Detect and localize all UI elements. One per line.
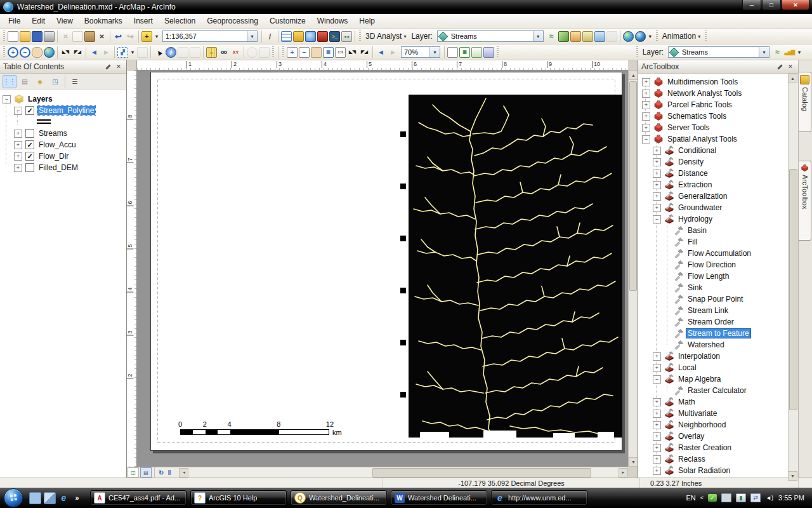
line-of-sight-icon[interactable] [594, 31, 605, 42]
toggle-draft-mode-icon[interactable] [447, 47, 458, 58]
toolbox-item-distance[interactable]: +Distance [638, 168, 798, 179]
vertical-scroll-thumb[interactable] [629, 81, 637, 291]
layout-back-extent-icon[interactable]: ◄ [376, 47, 386, 58]
expand-toggle[interactable]: + [642, 124, 650, 132]
toolbox-item-watershed[interactable]: Watershed [638, 339, 798, 351]
search-window-icon[interactable] [305, 31, 316, 42]
toolbox-item-generalization[interactable]: +Generalization [638, 190, 798, 202]
quick-launch-more-icon[interactable]: » [72, 493, 82, 504]
toolbox-item-parcel-fabric-tools[interactable]: +Parcel Fabric Tools [638, 99, 798, 110]
network-tray-icon[interactable]: ⇄ [750, 493, 761, 502]
focus-data-frame-icon[interactable]: ▣ [459, 47, 470, 58]
full-extent-globe-icon[interactable] [44, 47, 55, 58]
toc-item-flow-dir[interactable]: +✓Flow_Dir [0, 150, 126, 162]
toc-item-symbol[interactable] [0, 116, 126, 128]
tab-catalog[interactable]: Catalog [799, 72, 811, 132]
menu-edit[interactable]: Edit [26, 15, 51, 27]
chevron-down-icon[interactable]: ▾ [429, 47, 440, 57]
toolbox-item-multivariate[interactable]: +Multivariate [638, 408, 798, 419]
zoom-100-icon[interactable]: 1:1 [335, 47, 346, 58]
catalog-window-icon[interactable] [293, 31, 304, 42]
toc-item-flow-accu[interactable]: +✓Flow_Accu [0, 139, 126, 150]
refresh-view-icon[interactable]: ↻ [157, 469, 166, 476]
horizontal-scroll-thumb[interactable] [372, 468, 591, 478]
toolbar-grip[interactable] [3, 46, 5, 58]
fixed-zoom-in-icon[interactable]: ◣◥ [60, 47, 71, 58]
create-contour-tool-icon[interactable]: ≈ [772, 47, 783, 58]
hyperlink-icon[interactable] [178, 47, 188, 58]
menu-insert[interactable]: Insert [128, 15, 159, 27]
expand-toggle[interactable]: + [653, 421, 661, 429]
internet-explorer-icon[interactable]: e [58, 493, 69, 504]
toolbox-item-reclass[interactable]: +Reclass [638, 453, 798, 465]
toolbox-item-stream-order[interactable]: Stream Order [638, 316, 798, 328]
layer-visibility-checkbox[interactable]: ✓ [25, 106, 34, 115]
change-layout-icon[interactable] [471, 47, 482, 58]
viewer-window-icon[interactable] [259, 47, 270, 58]
list-by-visibility-icon[interactable]: ◈ [33, 75, 47, 88]
toolbox-item-spatial-analyst-tools[interactable]: −Spatial Analyst Tools [638, 133, 798, 145]
expand-toggle[interactable]: + [14, 164, 22, 172]
toolbox-item-sink[interactable]: Sink [638, 282, 798, 293]
copy-icon[interactable] [72, 31, 83, 42]
toolbox-scroll-thumb[interactable] [789, 169, 797, 410]
toolbox-item-neighborhood[interactable]: +Neighborhood [638, 419, 798, 431]
menu-customize[interactable]: Customize [264, 15, 311, 27]
expand-toggle[interactable]: + [653, 181, 661, 189]
create-contours-icon[interactable]: ≈ [546, 31, 557, 42]
menu-bookmarks[interactable]: Bookmarks [79, 15, 128, 27]
expand-toggle[interactable]: + [653, 432, 661, 441]
layout-pan-icon[interactable] [311, 47, 322, 58]
toolbox-item-density[interactable]: +Density [638, 156, 798, 168]
find-binoculars-icon[interactable]: oo [218, 47, 229, 58]
expand-toggle[interactable]: + [653, 398, 661, 406]
layout-forward-extent-icon[interactable]: ► [388, 47, 398, 58]
measure-icon[interactable]: ↔ [206, 47, 217, 58]
expand-toggle[interactable]: + [653, 444, 661, 452]
horizontal-scroll-track[interactable] [188, 468, 619, 478]
layout-canvas[interactable]: 024812 km [137, 70, 628, 467]
expand-toggle[interactable]: + [653, 467, 661, 475]
list-by-selection-icon[interactable]: ◳ [48, 75, 62, 88]
close-panel-icon[interactable]: ✕ [786, 63, 795, 71]
taskbar-button-watershed-delineati[interactable]: QWatershed_Delineati... [291, 490, 387, 505]
expand-toggle[interactable]: + [653, 455, 661, 464]
toolbox-item-basin[interactable]: Basin [638, 225, 798, 236]
create-tin-icon[interactable] [558, 31, 569, 42]
cut-icon[interactable]: ✕ [60, 31, 71, 42]
map-scale-combo[interactable]: 1:136,357 ▾ [162, 30, 258, 42]
arctoolbox-window-icon[interactable] [317, 31, 328, 42]
clear-selection-icon[interactable] [137, 47, 148, 58]
toolbox-item-stream-to-feature[interactable]: Stream to Feature [638, 328, 798, 339]
map-vertical-scrollbar[interactable]: ▲ ▼ [628, 70, 638, 467]
delete-icon[interactable]: ✕ [96, 31, 107, 42]
expand-toggle[interactable]: + [653, 410, 661, 418]
zoom-in-icon[interactable]: + [8, 47, 18, 58]
scale-bar[interactable]: 024812 km [180, 420, 358, 437]
back-extent-icon[interactable]: ◄ [89, 47, 100, 58]
expand-toggle[interactable]: + [642, 101, 650, 109]
expand-toggle[interactable]: + [653, 204, 661, 212]
html-popup-icon[interactable] [190, 47, 200, 58]
toolbar-grip[interactable] [656, 30, 658, 42]
pin-icon[interactable] [103, 63, 112, 71]
undo-icon[interactable]: ↩ [113, 31, 124, 42]
toolbox-item-conditional[interactable]: +Conditional [638, 145, 798, 156]
display-tray-icon[interactable] [721, 493, 731, 502]
zoom-out-icon[interactable]: − [20, 47, 30, 58]
menu-view[interactable]: View [51, 15, 79, 27]
toolbar-options-icon[interactable]: ▾ [796, 47, 802, 58]
chevron-down-icon[interactable]: ▾ [759, 47, 769, 57]
fixed-zoom-out-icon[interactable]: ◤◢ [72, 47, 83, 58]
toolbox-item-local[interactable]: +Local [638, 362, 798, 373]
toolbar-grip[interactable] [636, 46, 638, 58]
menu-help[interactable]: Help [353, 15, 381, 27]
pan-hand-icon[interactable] [32, 47, 43, 58]
close-button[interactable]: ✕ [782, 0, 809, 10]
toolbox-item-groundwater[interactable]: +Groundwater [638, 202, 798, 213]
editor-pencil-icon[interactable]: / [265, 31, 275, 42]
taskbar-button-http-www-unm-ed[interactable]: ehttp://www.unm.ed... [491, 490, 587, 505]
scroll-down-icon[interactable]: ▼ [788, 471, 797, 481]
layout-zoom-percent-combo[interactable]: 70% ▾ [401, 46, 440, 58]
toolbox-item-flow-direction[interactable]: Flow Direction [638, 259, 798, 271]
